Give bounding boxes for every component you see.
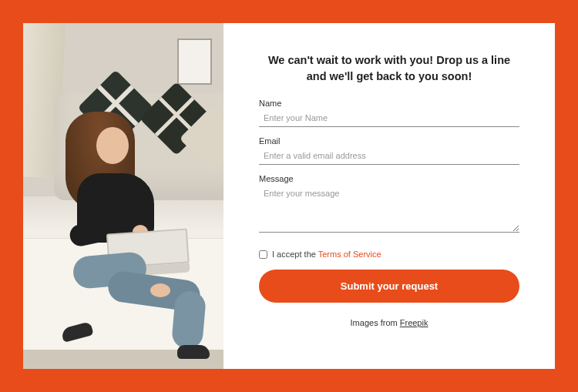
name-field-group: Name (259, 99, 519, 127)
form-heading: We can't wait to work with you! Drop us … (259, 52, 519, 85)
terms-row: I accept the Terms of Service (259, 250, 519, 259)
image-credit: Images from Freepik (259, 318, 519, 327)
terms-text: I accept the Terms of Service (272, 250, 381, 259)
email-field-group: Email (259, 136, 519, 165)
terms-link[interactable]: Terms of Service (318, 250, 381, 259)
page-container: We can't wait to work with you! Drop us … (23, 23, 555, 369)
name-label: Name (259, 99, 519, 108)
message-label: Message (259, 174, 519, 183)
hero-image (23, 23, 223, 369)
message-input[interactable] (259, 185, 519, 233)
message-field-group: Message (259, 174, 519, 236)
terms-checkbox[interactable] (259, 250, 267, 259)
submit-button[interactable]: Submit your request (259, 270, 519, 303)
name-input[interactable] (259, 109, 519, 127)
credit-link[interactable]: Freepik (400, 318, 428, 327)
email-label: Email (259, 136, 519, 146)
email-input[interactable] (259, 147, 519, 165)
contact-form-panel: We can't wait to work with you! Drop us … (223, 23, 555, 369)
